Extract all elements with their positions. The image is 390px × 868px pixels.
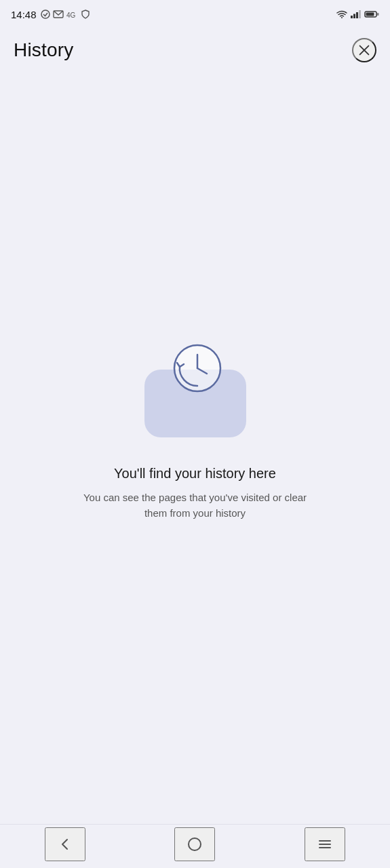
nav-bar	[0, 824, 390, 868]
home-button[interactable]	[174, 827, 215, 861]
check-circle-icon	[41, 9, 50, 19]
svg-rect-10	[377, 13, 379, 16]
wifi-icon	[336, 10, 347, 18]
signal-icon	[351, 10, 361, 18]
svg-rect-6	[356, 12, 358, 18]
svg-rect-5	[353, 14, 355, 19]
menu-button[interactable]	[305, 827, 345, 861]
menu-icon	[317, 837, 332, 852]
data-icon: 4G	[66, 10, 79, 19]
svg-text:4G: 4G	[66, 12, 76, 19]
svg-point-0	[41, 10, 50, 18]
main-content: You'll find your history here You can se…	[0, 33, 390, 824]
svg-rect-7	[359, 10, 361, 18]
empty-state-illustration	[134, 336, 256, 444]
email-icon	[53, 10, 64, 18]
shield-icon	[81, 9, 90, 19]
svg-point-17	[189, 838, 201, 850]
status-left: 14:48 4G	[11, 9, 90, 20]
empty-state-title: You'll find your history here	[114, 466, 276, 481]
empty-state-description: You can see the pages that you've visite…	[83, 490, 307, 521]
home-circle-icon	[187, 837, 202, 852]
status-bar: 14:48 4G	[0, 0, 390, 27]
status-time: 14:48	[11, 9, 37, 20]
back-button[interactable]	[45, 827, 85, 861]
battery-icon	[364, 10, 379, 18]
svg-point-3	[341, 17, 343, 18]
svg-rect-9	[366, 13, 374, 16]
svg-rect-4	[351, 16, 353, 18]
status-icons-left: 4G	[41, 9, 90, 19]
status-right	[336, 10, 379, 18]
clock-illustration	[165, 336, 226, 399]
back-icon	[58, 837, 73, 852]
